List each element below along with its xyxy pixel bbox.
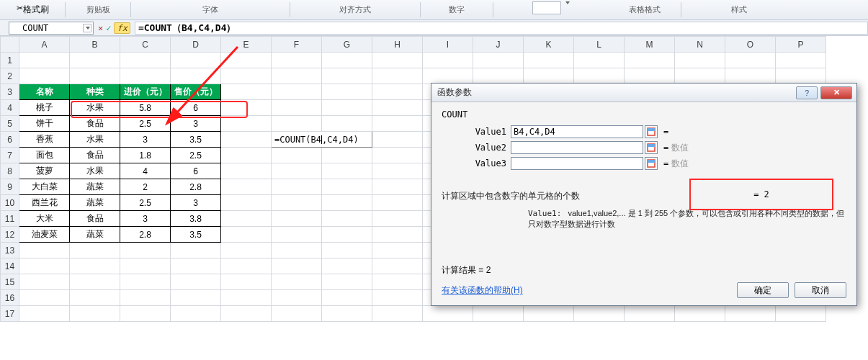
value3-range-select-icon[interactable] [645,157,658,170]
value3-label: Value3 [442,158,511,168]
name-box-value: COUNT [22,23,48,33]
col-H[interactable]: H [372,37,423,53]
dialog-titlebar[interactable]: 函数参数 ? ✕ [431,84,856,102]
svg-rect-4 [648,144,655,147]
row-2[interactable]: 2 [1,68,826,84]
active-cell-F6[interactable]: =COUNT(B4,C4,D4) [272,132,372,148]
header-name: 名称 [19,84,70,100]
dialog-calc-result: 计算结果 = 2 [442,264,846,276]
svg-rect-6 [648,160,655,163]
col-F[interactable]: F [272,37,322,53]
col-J[interactable]: J [473,37,524,53]
ribbon: ✂ 格式刷 剪贴板 字体 对齐方式 数字 表格格式 样式 [0,0,868,20]
dialog-param-description: Value1: value1,value2,... 是 1 到 255 个参数，… [442,208,846,230]
cancel-button[interactable]: 取消 [795,282,846,298]
ribbon-group-alignment: 对齐方式 [290,0,420,19]
value3-ghost: 数值 [671,158,689,170]
row-17[interactable]: 17 [1,306,826,322]
value1-input[interactable] [511,125,643,138]
accept-formula-icon[interactable]: ✓ [106,23,111,33]
value3-row: Value3 = 数值 [442,157,846,170]
col-P[interactable]: P [776,37,826,53]
ribbon-group-styles: 样式 [681,0,797,19]
dialog-result-preview: = 2 [689,179,833,210]
header-type: 种类 [70,84,120,100]
value1-row: Value1 = [442,125,846,138]
col-D[interactable]: D [171,37,221,53]
ribbon-group-font: 字体 [131,0,290,19]
dialog-function-name: COUNT [442,109,846,120]
col-I[interactable]: I [423,37,473,53]
value3-eq: = [663,158,668,168]
value1-eq: = [663,127,668,137]
col-K[interactable]: K [524,37,574,53]
table-format-button[interactable] [532,1,561,14]
formula-text: =COUNT（B4,C4,D4） [138,22,236,35]
format-painter-label[interactable]: 格式刷 [23,4,49,16]
value2-ghost: 数值 [671,142,689,154]
ok-button[interactable]: 确定 [737,282,789,298]
value3-input[interactable] [511,157,643,170]
formula-bar: COUNT ✕ ✓ fx =COUNT（B4,C4,D4） [0,20,868,36]
header-cost: 进价（元） [120,84,171,100]
value2-row: Value2 = 数值 [442,141,846,154]
col-N[interactable]: N [675,37,725,53]
row-1[interactable]: 1 [1,53,826,68]
formula-input[interactable]: =COUNT（B4,C4,D4） [135,22,868,35]
value2-range-select-icon[interactable] [645,141,658,154]
col-B[interactable]: B [70,37,120,53]
name-box-dropdown-icon[interactable] [83,24,91,32]
dialog-title: 函数参数 [436,86,793,99]
value2-input[interactable] [511,141,643,154]
dialog-help-button[interactable]: ? [796,86,818,99]
header-price: 售价（元） [171,84,221,100]
select-all-corner[interactable] [1,37,19,53]
dialog-help-link[interactable]: 有关该函数的帮助(H) [442,284,523,297]
svg-rect-2 [648,128,655,131]
col-O[interactable]: O [725,37,776,53]
ribbon-group-tableformat: 表格格式 [609,0,681,19]
col-M[interactable]: M [625,37,675,53]
chevron-down-icon[interactable] [565,1,570,4]
value1-label: Value1 [442,127,511,137]
value1-range-select-icon[interactable] [645,125,658,138]
col-L[interactable]: L [574,37,625,53]
ribbon-group-clipboard: 剪贴板 [66,0,130,19]
value2-label: Value2 [442,143,511,153]
column-header-row: A B C D E F G H I J K L M N O P [1,37,826,53]
dialog-close-button[interactable]: ✕ [820,86,852,99]
function-arguments-dialog[interactable]: 函数参数 ? ✕ COUNT Value1 = Value2 = 数值 Valu… [431,83,857,306]
format-painter-icon[interactable]: ✂ [17,4,23,16]
col-G[interactable]: G [322,37,372,53]
col-C[interactable]: C [120,37,171,53]
cancel-formula-icon[interactable]: ✕ [98,23,103,33]
ribbon-group-number: 数字 [421,0,493,19]
col-A[interactable]: A [19,37,70,53]
name-box[interactable]: COUNT [9,22,94,35]
value2-eq: = [663,143,668,153]
col-E[interactable]: E [221,37,272,53]
fx-icon[interactable]: fx [114,22,130,34]
